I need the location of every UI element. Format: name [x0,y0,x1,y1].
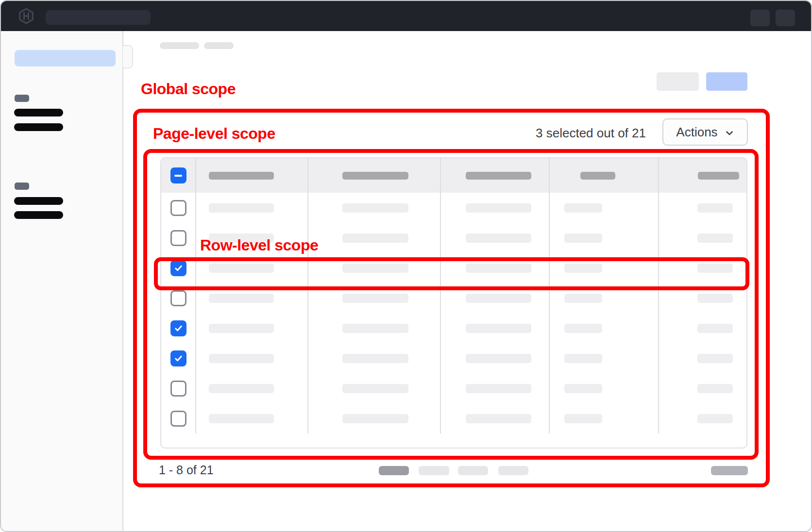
cell-placeholder [697,324,733,333]
cell-placeholder [342,414,408,423]
cell-placeholder [466,233,531,243]
row-checkbox-4[interactable] [170,290,186,306]
cell-placeholder [342,264,408,273]
cell-placeholder [564,384,602,393]
checkbox-check-icon [174,324,183,333]
cell-placeholder [209,354,274,363]
table-row [161,373,746,403]
cell-placeholder [466,203,531,213]
top-navbar [1,1,811,31]
pagination-page-current[interactable] [379,466,409,475]
cell-placeholder [564,324,602,333]
chevron-down-icon [725,128,734,138]
cell-placeholder [466,414,531,423]
cell-placeholder [564,294,602,303]
cell-placeholder [466,384,531,393]
cell-placeholder [466,264,531,273]
cell-placeholder [209,264,274,273]
sidebar-item[interactable] [14,197,63,205]
app-frame: Global scope Page-level scope 3 selected… [0,0,812,532]
row-checkbox-1[interactable] [170,200,186,216]
select-all-checkbox[interactable] [170,167,186,183]
pagination-page[interactable] [419,466,449,475]
cell-placeholder [697,264,733,273]
data-table [160,157,747,449]
cell-placeholder [564,354,602,363]
primary-page-button[interactable] [706,72,747,91]
table-header-row [161,158,746,193]
table-row [161,343,746,373]
cell-placeholder [209,414,274,423]
sidebar-item[interactable] [14,123,63,131]
selection-summary: 3 selected out of 21 [487,126,646,141]
cell-placeholder [342,354,408,363]
cell-placeholder [564,264,602,273]
hashicorp-logo-icon [17,8,35,24]
cell-placeholder [466,324,531,333]
pagination-page[interactable] [458,466,488,475]
cell-placeholder [209,294,274,303]
cell-placeholder [342,233,408,243]
sidebar-item[interactable] [14,211,63,219]
row-checkbox-3[interactable] [170,260,186,276]
checkbox-check-icon [174,264,183,273]
cell-placeholder [342,324,408,333]
sidebar-item-active[interactable] [15,50,116,66]
column-header-placeholder [698,172,739,180]
column-header-placeholder [580,172,615,180]
sidebar-section-label [15,95,29,102]
cell-placeholder [697,414,733,423]
table-row [161,193,746,223]
table-row [161,283,746,313]
sidebar-item[interactable] [14,109,63,116]
row-level-scope-label: Row-level scope [200,237,318,253]
column-header-placeholder [209,172,274,180]
table-body [161,193,746,433]
row-checkbox-7[interactable] [170,381,186,397]
row-checkbox-6[interactable] [170,350,186,366]
global-scope-label: Global scope [141,81,236,97]
cell-placeholder [342,384,408,393]
pagination-page[interactable] [498,466,528,475]
cell-placeholder [697,384,733,393]
global-search-input[interactable] [46,10,151,25]
cell-placeholder [697,233,733,243]
sidebar-collapse-handle[interactable] [123,45,133,68]
cell-placeholder [564,414,602,423]
pagination-range-text: 1 - 8 of 21 [159,463,214,477]
breadcrumb[interactable] [160,42,199,49]
cell-placeholder [466,354,531,363]
table-row [161,313,746,343]
cell-placeholder [466,294,531,303]
sidebar [1,31,123,532]
cell-placeholder [697,203,733,213]
cell-placeholder [209,203,274,213]
checkbox-minus-icon [174,175,182,177]
row-checkbox-2[interactable] [170,230,186,246]
breadcrumb[interactable] [204,42,234,49]
table-row-annotated [161,253,746,283]
cell-placeholder [564,203,602,213]
row-checkbox-5[interactable] [170,320,186,336]
row-checkbox-8[interactable] [170,411,186,427]
column-header-placeholder [466,172,531,180]
cell-placeholder [209,324,274,333]
table-row [161,403,746,433]
actions-dropdown-button[interactable]: Actions [662,118,748,146]
actions-dropdown-label: Actions [676,125,717,140]
pagination-next-control[interactable] [711,466,748,475]
page-level-scope-label: Page-level scope [153,125,275,142]
navbar-user-menu-button[interactable] [776,10,795,26]
cell-placeholder [342,294,408,303]
sidebar-section-label [15,183,29,190]
navbar-help-button[interactable] [750,10,770,26]
column-header-placeholder [342,172,408,180]
cell-placeholder [697,354,733,363]
cell-placeholder [564,233,602,243]
cell-placeholder [697,294,733,303]
secondary-page-button[interactable] [657,72,699,91]
cell-placeholder [209,384,274,393]
checkbox-check-icon [174,354,183,363]
cell-placeholder [342,203,408,213]
